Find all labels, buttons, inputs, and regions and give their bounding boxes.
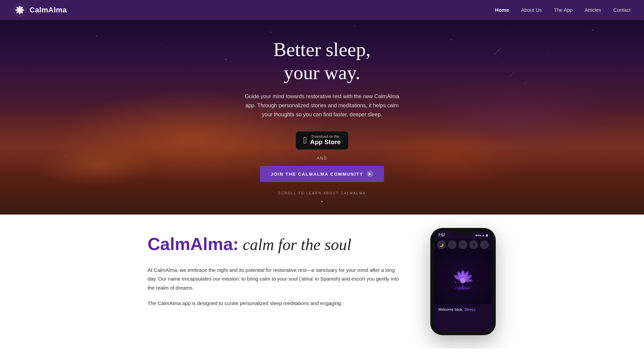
phone-nav-user: ☽	[480, 240, 489, 249]
phone-nav-music: ♪	[448, 240, 457, 249]
logo-text: CalmAlma	[30, 6, 67, 14]
wifi-icon: ▲	[482, 234, 485, 237]
nav-about-us[interactable]: About Us	[521, 7, 542, 13]
navbar: CalmAlma Home About Us The App Articles …	[0, 0, 644, 20]
phone-mockup: 7:57 ●●● ▲ ▮ 🌙 ♪ ✦ ❋ ☽	[430, 228, 496, 335]
phone-mockup-container: 7:57 ●●● ▲ ▮ 🌙 ♪ ✦ ❋ ☽	[429, 228, 496, 335]
svg-point-22	[457, 278, 457, 278]
phone-notch	[451, 228, 475, 235]
svg-point-19	[457, 288, 469, 290]
about-para-1: At CalmAlma, we embrace the night and it…	[148, 266, 402, 292]
phone-welcome-text: Welcome back,	[438, 307, 464, 311]
hero-subtitle: Guide your mind towards restorative rest…	[245, 92, 399, 119]
about-section: CalmAlma: calm for the soul At CalmAlma,…	[0, 215, 644, 349]
lotus-icon	[449, 264, 476, 291]
svg-point-20	[455, 282, 456, 283]
scroll-hint: SCROLL TO LEARN ABOUT CALMALMA ⌄	[278, 191, 366, 203]
app-store-btn-text: Download on the App Store	[310, 135, 341, 146]
phone-status-icons: ●●● ▲ ▮	[475, 234, 487, 237]
phone-nav-bar: 🌙 ♪ ✦ ❋ ☽	[434, 238, 492, 250]
signal-icon: ●●●	[475, 234, 481, 237]
phone-nav-home: 🌙	[437, 240, 446, 249]
svg-point-23	[469, 284, 469, 284]
phone-welcome: Welcome back, Sleepy	[434, 304, 492, 313]
phone-welcome-name: Sleepy	[465, 307, 476, 311]
battery-icon: ▮	[486, 234, 488, 237]
logo[interactable]: CalmAlma	[13, 4, 67, 16]
about-text-block: CalmAlma: calm for the soul At CalmAlma,…	[148, 235, 402, 308]
hero-section: Better sleep, your way. Guide your mind …	[0, 20, 644, 215]
nav-contact[interactable]: Contact	[613, 7, 631, 13]
nav-articles[interactable]: Articles	[585, 7, 601, 13]
phone-nav-star: ✦	[459, 240, 467, 249]
community-btn-arrow-icon: ➤	[367, 171, 373, 177]
about-title: CalmAlma: calm for the soul	[148, 235, 402, 254]
phone-nav-leaf: ❋	[469, 240, 478, 249]
svg-point-21	[470, 280, 471, 281]
and-divider: AND	[317, 156, 327, 161]
nav-the-app[interactable]: The App	[554, 7, 573, 13]
about-para-2: The CalmAlma app is designed to curate p…	[148, 299, 402, 308]
phone-screen: 7:57 ●●● ▲ ▮ 🌙 ♪ ✦ ❋ ☽	[434, 231, 492, 332]
phone-time: 7:57	[438, 233, 445, 237]
scroll-chevron-icon: ⌄	[320, 197, 324, 203]
svg-point-9	[18, 9, 21, 11]
nav-links: Home About Us The App Articles Contact	[495, 7, 631, 13]
apple-icon: 	[303, 136, 307, 145]
hero-title: Better sleep, your way.	[273, 38, 371, 84]
hero-content: Better sleep, your way. Guide your mind …	[245, 31, 399, 204]
app-store-button[interactable]:  Download on the App Store	[296, 131, 348, 150]
phone-center-image	[434, 250, 492, 304]
nav-home[interactable]: Home	[495, 7, 509, 13]
svg-point-17	[460, 278, 466, 283]
community-button[interactable]: JOIN THE CALMALMA COMMUNITY ➤	[260, 166, 384, 182]
about-body: At CalmAlma, we embrace the night and it…	[148, 266, 402, 308]
logo-icon	[13, 4, 26, 16]
